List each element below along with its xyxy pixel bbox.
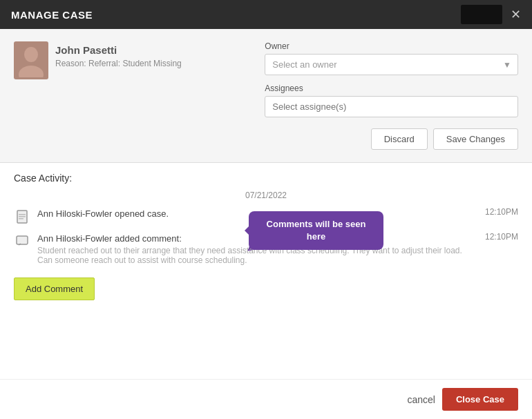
owner-select[interactable]: Select an owner [265, 54, 518, 75]
user-reason: Reason: Referral: Student Missing [55, 59, 182, 68]
activity-section: Case Activity: 07/21/2022 [0, 163, 532, 379]
activity-list: 07/21/2022 Ann Hiloski-Fowler opened cas… [14, 191, 518, 372]
activity-title: Case Activity: [14, 173, 518, 184]
user-name: John Pasetti [55, 44, 182, 56]
close-case-button[interactable]: Close Case [442, 388, 518, 411]
action-buttons: Discard Save Changes [265, 128, 518, 150]
owner-field-group: Owner Select an owner ▼ [265, 41, 518, 75]
svg-rect-3 [19, 214, 26, 215]
svg-point-1 [19, 66, 44, 77]
top-section: John Pasetti Reason: Referral: Student M… [0, 29, 532, 163]
svg-rect-6 [17, 236, 28, 244]
date-divider: 07/21/2022 [14, 191, 518, 200]
activity-text: Ann Hiloski-Fowler added comment: [37, 233, 182, 244]
cancel-button[interactable]: cancel [407, 394, 435, 405]
tooltip-bubble: Comments will be seen here [249, 211, 383, 250]
user-info: John Pasetti Reason: Referral: Student M… [14, 41, 244, 150]
file-icon [14, 208, 30, 225]
svg-rect-4 [19, 216, 26, 217]
close-button[interactable]: ✕ [511, 8, 521, 21]
header-black-box [461, 5, 502, 24]
activity-time: 12:10PM [485, 232, 518, 242]
modal-body: John Pasetti Reason: Referral: Student M… [0, 29, 532, 379]
header-right: ✕ [461, 5, 521, 24]
comment-icon [14, 233, 30, 250]
discard-button[interactable]: Discard [371, 128, 428, 150]
assignees-label: Assignees [265, 84, 518, 93]
modal-title: MANAGE CASE [11, 9, 93, 21]
activity-time: 12:10PM [485, 207, 518, 217]
svg-rect-5 [19, 218, 23, 220]
right-section: Owner Select an owner ▼ Assignees Discar… [265, 41, 518, 150]
manage-case-modal: MANAGE CASE ✕ John Pasetti Reason: Refer… [0, 0, 532, 419]
assignees-input[interactable] [265, 96, 518, 117]
modal-header: MANAGE CASE ✕ [0, 0, 532, 29]
svg-point-0 [24, 47, 38, 62]
user-details: John Pasetti Reason: Referral: Student M… [55, 41, 182, 68]
owner-label: Owner [265, 41, 518, 51]
add-comment-button[interactable]: Add Comment [14, 277, 95, 300]
assignees-field-group: Assignees [265, 84, 518, 117]
modal-footer: cancel Close Case [0, 379, 532, 419]
avatar [14, 41, 48, 79]
owner-select-wrapper: Select an owner ▼ [265, 54, 518, 75]
activity-text: Ann Hiloski-Fowler opened case. [37, 208, 169, 219]
save-changes-button[interactable]: Save Changes [433, 128, 518, 150]
avatar-image [17, 44, 45, 77]
